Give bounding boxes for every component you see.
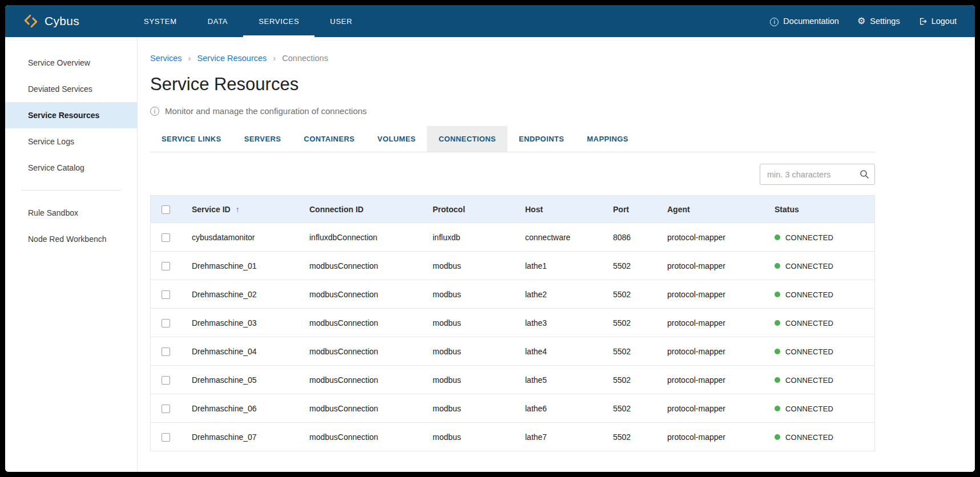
column-header-host[interactable]: Host [514, 196, 602, 223]
navbar-action-settings[interactable]: ⚙Settings [857, 17, 900, 26]
tab-service-links[interactable]: SERVICE LINKS [150, 126, 233, 152]
sidebar-item-service-catalog[interactable]: Service Catalog [5, 155, 137, 181]
row-checkbox[interactable] [162, 376, 170, 385]
cell-agent: protocol-mapper [656, 309, 763, 337]
breadcrumb-item-connections: Connections [282, 54, 328, 63]
table-row: Drehmaschine_05modbusConnectionmodbuslat… [151, 366, 874, 394]
cell-protocol: modbus [421, 309, 514, 337]
cell-status: CONNECTED [763, 423, 874, 451]
row-checkbox[interactable] [162, 319, 170, 328]
brand[interactable]: Cybus [5, 5, 79, 37]
tabs: SERVICE LINKSSERVERSCONTAINERSVOLUMESCON… [150, 126, 875, 152]
cybus-logo-icon [23, 14, 38, 29]
breadcrumb-separator: › [273, 53, 276, 63]
sidebar-item-deviated-services[interactable]: Deviated Services [5, 76, 137, 102]
tab-endpoints[interactable]: ENDPOINTS [507, 126, 575, 152]
cell-connection-id: influxdbConnection [298, 223, 421, 252]
status-label: CONNECTED [785, 347, 833, 356]
status-label: CONNECTED [785, 290, 833, 299]
table-header-row: Service ID↑Connection IDProtocolHostPort… [151, 196, 874, 223]
navbar-action-label: Logout [931, 17, 957, 26]
tab-containers[interactable]: CONTAINERS [292, 126, 366, 152]
cell-agent: protocol-mapper [656, 423, 763, 451]
column-label: Host [525, 205, 543, 214]
cell-host: connectware [514, 223, 602, 252]
cell-host: lathe5 [514, 366, 602, 394]
breadcrumb: Services›Service Resources›Connections [150, 53, 875, 63]
tab-volumes[interactable]: VOLUMES [366, 126, 427, 152]
cell-protocol: modbus [421, 337, 514, 366]
row-checkbox[interactable] [162, 347, 170, 356]
app-window: Cybus SYSTEMDATASERVICESUSER iDocumentat… [5, 5, 975, 472]
cell-connection-id: modbusConnection [298, 309, 421, 337]
status-label: CONNECTED [785, 405, 833, 413]
table-body: cybusdatamonitorinfluxdbConnectioninflux… [151, 223, 874, 451]
column-header-service-id[interactable]: Service ID↑ [180, 196, 298, 223]
breadcrumb-item-service-resources[interactable]: Service Resources [197, 54, 267, 63]
status-dot [775, 320, 780, 326]
tab-connections[interactable]: CONNECTIONS [427, 126, 507, 152]
column-header-port[interactable]: Port [602, 196, 656, 223]
status-dot [775, 377, 780, 383]
row-checkbox[interactable] [162, 233, 170, 242]
sidebar-primary: Service OverviewDeviated ServicesService… [5, 50, 137, 181]
cell-connection-id: modbusConnection [298, 423, 421, 451]
cell-host: lathe7 [514, 423, 602, 451]
sidebar-item-rule-sandbox[interactable]: Rule Sandbox [5, 200, 137, 226]
row-checkbox[interactable] [162, 405, 170, 413]
cell-status: CONNECTED [763, 394, 874, 423]
cell-status: CONNECTED [763, 366, 874, 394]
row-checkbox[interactable] [162, 290, 170, 299]
cell-agent: protocol-mapper [656, 252, 763, 280]
cell-status: CONNECTED [763, 223, 874, 252]
nav-item-data[interactable]: DATA [192, 5, 244, 37]
page-title: Service Resources [150, 74, 875, 95]
table-row: Drehmaschine_03modbusConnectionmodbuslat… [151, 309, 874, 337]
nav-item-user[interactable]: USER [314, 5, 368, 37]
info-icon: i [770, 17, 779, 26]
nav-item-system[interactable]: SYSTEM [128, 5, 192, 37]
search-box [760, 164, 875, 185]
navbar-actions: iDocumentation⚙SettingsLogout [770, 5, 975, 37]
table-row: Drehmaschine_01modbusConnectionmodbuslat… [151, 252, 874, 280]
connections-table: Service ID↑Connection IDProtocolHostPort… [150, 195, 875, 451]
column-label: Protocol [433, 205, 465, 214]
column-header-agent[interactable]: Agent [656, 196, 763, 223]
cell-connection-id: modbusConnection [298, 280, 421, 309]
cell-agent: protocol-mapper [656, 280, 763, 309]
search-icon[interactable] [860, 169, 869, 179]
cell-host: lathe4 [514, 337, 602, 366]
row-checkbox[interactable] [162, 433, 170, 442]
search-input[interactable] [760, 164, 875, 185]
column-header-status[interactable]: Status [763, 196, 874, 223]
tab-mappings[interactable]: MAPPINGS [575, 126, 640, 152]
sidebar-item-service-logs[interactable]: Service Logs [5, 128, 137, 155]
cell-service-id: Drehmaschine_03 [180, 309, 298, 337]
sidebar-secondary: Rule SandboxNode Red Workbench [5, 200, 137, 252]
cell-port: 5502 [602, 394, 656, 423]
tab-servers[interactable]: SERVERS [233, 126, 293, 152]
status-label: CONNECTED [785, 433, 833, 442]
sidebar-item-node-red-workbench[interactable]: Node Red Workbench [5, 226, 137, 252]
nav-item-services[interactable]: SERVICES [243, 5, 314, 37]
sidebar-item-service-resources[interactable]: Service Resources [5, 102, 137, 128]
breadcrumb-separator: › [188, 53, 191, 63]
cell-status: CONNECTED [763, 337, 874, 366]
cell-agent: protocol-mapper [656, 394, 763, 423]
column-header-protocol[interactable]: Protocol [421, 196, 514, 223]
cell-port: 5502 [602, 423, 656, 451]
cell-status: CONNECTED [763, 280, 874, 309]
navbar-action-documentation[interactable]: iDocumentation [770, 17, 839, 26]
table-row: Drehmaschine_07modbusConnectionmodbuslat… [151, 423, 874, 451]
cell-port: 5502 [602, 252, 656, 280]
column-header-connection-id[interactable]: Connection ID [298, 196, 421, 223]
navbar-action-logout[interactable]: Logout [918, 17, 957, 26]
breadcrumb-item-services[interactable]: Services [150, 54, 182, 63]
cell-protocol: modbus [421, 423, 514, 451]
cell-host: lathe3 [514, 309, 602, 337]
navbar: Cybus SYSTEMDATASERVICESUSER iDocumentat… [5, 5, 975, 37]
row-checkbox[interactable] [162, 262, 170, 270]
select-all-checkbox[interactable] [162, 205, 170, 214]
sidebar-item-service-overview[interactable]: Service Overview [5, 50, 137, 76]
cell-connection-id: modbusConnection [298, 394, 421, 423]
